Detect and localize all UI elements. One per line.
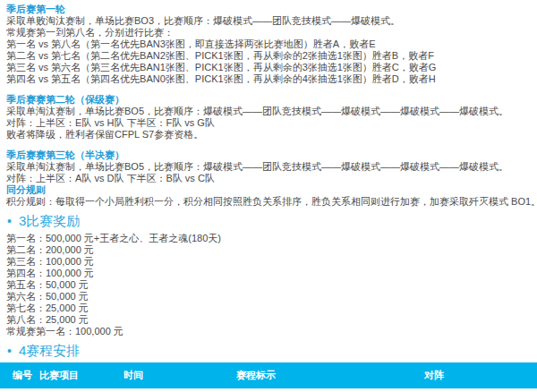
rule-line: 采取单淘汰赛制，单场比赛BO5，比赛顺序：爆破模式——团队竞技模式——爆破模式—… [6, 106, 537, 117]
bullet-icon: • [7, 343, 12, 359]
schedule-table: 编号 比赛项目 时间 赛程标示 对阵 [0, 362, 537, 388]
rule-line: 常规赛第一到第八名，分别进行比赛： [6, 27, 537, 38]
prize-list: 第一名：500,000 元+王者之心、王者之魂(180天) 第二名：200,00… [6, 233, 537, 337]
column-header-id: 编号 [0, 362, 27, 388]
section-heading-round-2: 季后赛赛第二轮（保级赛） [6, 94, 537, 106]
section-playoff-round-3: 季后赛赛第三轮（半决赛） 采取单淘汰赛制，单场比赛BO5，比赛顺序：爆破模式——… [6, 149, 537, 184]
section-playoff-round-2: 季后赛赛第二轮（保级赛） 采取单淘汰赛制，单场比赛BO5，比赛顺序：爆破模式——… [6, 94, 537, 141]
section-heading-round-1: 季后赛第一轮 [6, 4, 537, 15]
rule-line: 第二名 vs 第七名（第二名优先BAN2张图、PICK1张图，再从剩余的2张抽选… [6, 50, 537, 62]
prize-item: 第五名：50,000 元 [6, 279, 537, 291]
section-heading-tiebreak: 同分规则 [6, 184, 537, 196]
rule-line: 采取单败淘汰赛制，单场比赛BO3，比赛顺序：爆破模式——团队竞技模式——爆破模式… [6, 15, 537, 27]
prize-item: 第三名：100,000 元 [6, 256, 537, 268]
schedule-heading: • 4赛程安排 [6, 343, 537, 359]
column-header-stage: 赛程标示 [224, 362, 412, 388]
prize-item: 第八名：25,000 元 [6, 314, 537, 326]
column-header-event: 比赛项目 [27, 362, 111, 388]
rule-line: 采取单淘汰赛制，单场比赛BO5，比赛顺序：爆破模式——团队竞技模式——爆破模式—… [6, 161, 537, 173]
prize-item: 第六名：50,000 元 [6, 291, 537, 303]
rule-line: 对阵：上半区：E队 vs H队 下半区：F队 vs G队 [6, 117, 537, 129]
rewards-heading: • 3比赛奖励 [6, 213, 537, 229]
prize-item: 第七名：25,000 元 [6, 303, 537, 314]
schedule-table-header-row: 编号 比赛项目 时间 赛程标示 对阵 [0, 362, 537, 388]
schedule-title: 4赛程安排 [19, 343, 80, 359]
prize-item: 第四名：100,000 元 [6, 268, 537, 279]
prize-item: 第一名：500,000 元+王者之心、王者之魂(180天) [6, 233, 537, 244]
rule-line: 积分规则：每取得一个小局胜利积一分，积分相同按照胜负关系排序，胜负关系相同则进行… [6, 196, 537, 208]
tournament-rules-page: 季后赛第一轮 采取单败淘汰赛制，单场比赛BO3，比赛顺序：爆破模式——团队竞技模… [0, 0, 537, 392]
rewards-title: 3比赛奖励 [19, 213, 80, 229]
rule-line: 对阵：上半区：A队 vs D队 下半区：B队 vs C队 [6, 173, 537, 184]
column-header-time: 时间 [111, 362, 224, 388]
prize-item: 常规赛第一名：100,000 元 [6, 326, 537, 337]
rule-line: 第三名 vs 第六名（第三名优先BAN1张图、PICK1张图，再从剩余的3张抽选… [6, 62, 537, 73]
section-heading-round-3: 季后赛赛第三轮（半决赛） [6, 149, 537, 161]
rule-line: 败者将降级，胜利者保留CFPL S7参赛资格。 [6, 129, 537, 141]
bullet-icon: • [7, 213, 12, 229]
column-header-matchup: 对阵 [412, 362, 537, 388]
rule-line: 第四名 vs 第五名（第四名优先BAN0张图、PICK1张图，再从剩余的4张抽选… [6, 73, 537, 85]
prize-item: 第二名：200,000 元 [6, 244, 537, 256]
rule-line: 第一名 vs 第八名（第一名优先BAN3张图，即直接选择两张比赛地图）胜者A，败… [6, 38, 537, 50]
section-playoff-round-1: 季后赛第一轮 采取单败淘汰赛制，单场比赛BO3，比赛顺序：爆破模式——团队竞技模… [6, 4, 537, 85]
section-tiebreak-rules: 同分规则 积分规则：每取得一个小局胜利积一分，积分相同按照胜负关系排序，胜负关系… [6, 184, 537, 208]
